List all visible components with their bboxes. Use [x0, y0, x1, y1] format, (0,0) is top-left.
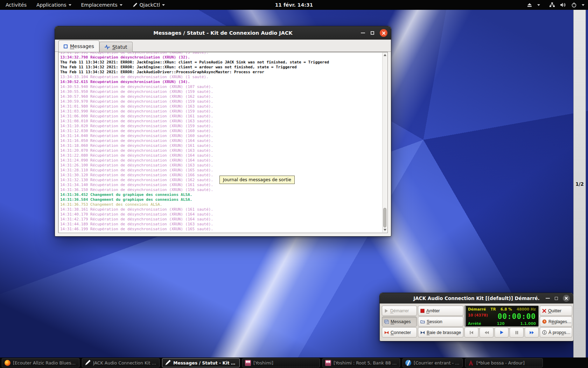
rewind-button[interactable]	[479, 327, 493, 338]
taskbar-item[interactable]: [Courrier entrant - christian…	[402, 358, 463, 367]
pause-icon	[515, 330, 519, 335]
log-line: 14:31:08.010 Récupération de désynchroni…	[60, 119, 381, 124]
taskbar-item-label: [Yoshimi]	[253, 360, 273, 366]
log-line: 14:31:01.980 Récupération de désynchroni…	[60, 104, 381, 109]
messages-tab-icon	[64, 45, 68, 48]
sample-rate: 48000 Hz	[517, 307, 536, 311]
about-button[interactable]: À propos…	[540, 327, 572, 338]
transport-controls	[464, 327, 539, 338]
maximize-button[interactable]	[371, 31, 374, 35]
pause-button[interactable]	[510, 327, 524, 338]
taskbar-item[interactable]: [Ecouter Allzic Radio Blues e…	[2, 358, 79, 367]
log-line: 14:31:03.990 Récupération de désynchroni…	[60, 109, 381, 114]
taskbar-item[interactable]: [Yoshimi : Root 5, Bank 88 - …	[322, 358, 400, 367]
minimize-button[interactable]	[546, 298, 550, 299]
taskbar-item-label: [Ecouter Allzic Radio Blues e…	[13, 360, 77, 366]
close-button[interactable]	[380, 29, 387, 37]
taskbar-item-icon	[245, 360, 251, 366]
qjackctl-titlebar[interactable]: JACK Audio Connection Kit [(default)] Dé…	[380, 293, 573, 304]
log-line: 14:31:40.170 Récupération de désynchroni…	[60, 212, 381, 217]
minimize-button[interactable]	[361, 33, 365, 33]
messages-log[interactable]: 13:01:18.991 Récupération de désynchroni…	[58, 52, 388, 233]
session-button[interactable]: Session	[418, 316, 463, 327]
transport-state: Arrêté	[468, 321, 481, 326]
tab-statut[interactable]: Statut	[99, 42, 133, 52]
log-line: 14:31:36.584 Changement du graphique des…	[60, 197, 381, 202]
folder-icon	[420, 320, 425, 323]
tab-messages[interactable]: Messages	[58, 40, 99, 52]
log-line: 14:31:26.100 Récupération de désynchroni…	[60, 163, 381, 168]
tab-messages-label: Messages	[70, 43, 94, 49]
log-line: 14:30:55.950 Récupération de désynchroni…	[60, 89, 381, 94]
activities-button[interactable]: Activités	[6, 2, 27, 8]
log-line: 14:31:36.753 Changement des connexions A…	[60, 202, 381, 207]
fast-forward-button[interactable]	[525, 327, 539, 338]
patchbay-button[interactable]: Baie de brassage	[418, 327, 463, 338]
chevron-down-icon	[120, 4, 122, 6]
qjackctl-title: JACK Audio Connection Kit [(default)] Dé…	[413, 295, 539, 301]
maximize-button[interactable]	[555, 297, 558, 300]
taskbar-item-icon	[5, 360, 10, 366]
close-button[interactable]	[563, 295, 570, 302]
log-line: 14:31:28.110 Récupération de désynchroni…	[60, 168, 381, 173]
taskbar-item-label: [*blue bossa - Ardour]	[476, 360, 525, 366]
scroll-up-arrow-icon[interactable]	[384, 54, 386, 56]
start-button[interactable]: Démarrer	[382, 306, 417, 316]
stop-button[interactable]: Arrêter	[418, 306, 463, 316]
clock[interactable]: 11 févr. 14:31	[275, 2, 313, 8]
info-icon	[542, 330, 547, 335]
scroll-down-arrow-icon[interactable]	[384, 229, 386, 231]
log-line: 13:01:18.991 Récupération de désynchroni…	[60, 52, 381, 55]
taskbar-item[interactable]: JACK Audio Connection Kit […	[82, 358, 160, 367]
messages-icon	[384, 320, 389, 324]
log-line: 14:31:16.050 Récupération de désynchroni…	[60, 138, 381, 143]
volume-icon[interactable]	[560, 2, 566, 8]
log-line: 14:31:24.090 Récupération de désynchroni…	[60, 158, 381, 163]
transport-mode: TR	[491, 307, 496, 311]
taskbar-item-label: Messages / Statut - Kit de Co…	[173, 360, 237, 366]
log-line: 14:31:38.161 Récupération de désynchroni…	[60, 207, 381, 212]
stop-icon	[420, 309, 425, 313]
vertical-scrollbar[interactable]	[382, 53, 387, 232]
connect-button[interactable]: Connecter	[382, 327, 417, 338]
log-line: 14:31:42.179 Récupération de désynchroni…	[60, 217, 381, 222]
rewind-to-start-button[interactable]	[464, 327, 478, 338]
chevron-down-icon[interactable]	[582, 4, 584, 6]
taskbar-item[interactable]: [Yoshimi]	[242, 358, 320, 367]
applications-menu[interactable]: Applications	[36, 2, 71, 8]
bbt: 1.1.000	[520, 321, 536, 326]
patchbay-icon	[420, 330, 425, 335]
taskbar-item[interactable]: [*blue bossa - Ardour]	[465, 358, 543, 367]
power-icon[interactable]	[571, 2, 577, 8]
quit-button[interactable]: Quitter	[540, 306, 572, 316]
workspace-pager[interactable]: 1/2	[573, 1, 586, 367]
log-line: 14:30:59.970 Récupération de désynchroni…	[60, 99, 381, 104]
taskbar-item-label: [Yoshimi : Root 5, Bank 88 - …	[334, 360, 397, 366]
eject-icon[interactable]	[527, 2, 532, 7]
qjackctl-window: JACK Audio Connection Kit [(default)] Dé…	[379, 293, 574, 341]
rewind-icon	[484, 330, 489, 335]
window-titlebar[interactable]: Messages / Statut - Kit de Connexion Aud…	[55, 26, 391, 40]
play-button[interactable]	[495, 327, 509, 338]
network-icon[interactable]	[549, 2, 555, 8]
app-menu-qjackctl[interactable]: QjackCtl	[132, 2, 165, 8]
log-line: 14:31:20.070 Récupération de désynchroni…	[60, 148, 381, 153]
messages-button[interactable]: Messages	[382, 316, 417, 327]
taskbar-item-label: JACK Audio Connection Kit […	[93, 360, 157, 366]
log-line: 13:34:33.104 Récupération de désynchroni…	[60, 75, 381, 80]
settings-button[interactable]: Réglages…	[540, 316, 572, 327]
log-line: 14:30:52.615 Récupération désynchronisat…	[60, 80, 381, 84]
log-line: Thu Feb 11 13:34:32 2021: ERROR: JackAud…	[60, 70, 381, 75]
log-line: 14:31:44.189 Récupération de désynchroni…	[60, 222, 381, 227]
log-line: 14:31:36.452 Changement du graphique des…	[60, 192, 381, 197]
log-line: 14:31:36.150 Récupération de désynchroni…	[60, 188, 381, 192]
scrollbar-thumb[interactable]	[383, 208, 386, 227]
chevron-down-icon[interactable]	[537, 4, 540, 6]
log-line: 14:31:10.020 Récupération de désynchroni…	[60, 124, 381, 129]
xrun-count: 10 (4378)	[468, 313, 488, 317]
log-line: Thu Feb 11 13:34:32 2021: ERROR: JackEng…	[60, 60, 381, 65]
taskbar-item[interactable]: Messages / Statut - Kit de Co…	[162, 358, 240, 367]
statut-tab-waveform-icon	[105, 45, 110, 49]
tooltip: Journal des messages de sortie	[219, 176, 295, 184]
places-menu[interactable]: Emplacements	[81, 2, 122, 8]
